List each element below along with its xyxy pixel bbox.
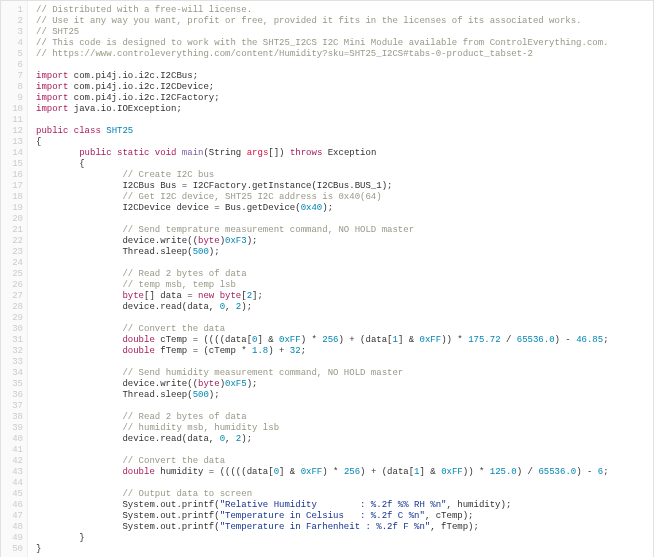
- token: byte: [220, 291, 242, 301]
- token: // Read 2 bytes of data: [122, 412, 246, 422]
- token: device.write((: [36, 236, 198, 246]
- token: double: [122, 467, 154, 477]
- code-line: public static void main(String args[]) t…: [36, 148, 653, 159]
- token: byte: [122, 291, 144, 301]
- token: ) -: [555, 335, 577, 345]
- token: , cTemp);: [425, 511, 474, 521]
- token: 0xFF: [420, 335, 442, 345]
- line-number: 39: [1, 423, 23, 434]
- code-line: double humidity = (((((data[0] & 0xFF) *…: [36, 467, 653, 478]
- line-number: 24: [1, 258, 23, 269]
- line-number: 37: [1, 401, 23, 412]
- line-number: 21: [1, 225, 23, 236]
- token: device.read(data,: [36, 302, 220, 312]
- token: // temp msb, temp lsb: [122, 280, 235, 290]
- token: com.pi4j.io.i2c.I2CDevice;: [68, 82, 214, 92]
- token: [36, 170, 122, 180]
- code-line: {: [36, 159, 653, 170]
- token: class: [74, 126, 101, 136]
- token: ;: [301, 346, 306, 356]
- line-number: 11: [1, 115, 23, 126]
- line-number: 20: [1, 214, 23, 225]
- code-area: // Distributed with a free-will license.…: [28, 1, 653, 557]
- token: System.out.printf(: [36, 522, 220, 532]
- token: fTemp = (cTemp *: [155, 346, 252, 356]
- token: import: [36, 71, 68, 81]
- line-number: 5: [1, 49, 23, 60]
- token: ] &: [257, 335, 279, 345]
- line-number: 43: [1, 467, 23, 478]
- token: // Convert the data: [122, 456, 225, 466]
- token: );: [247, 379, 258, 389]
- token: com.pi4j.io.i2c.I2CFactory;: [68, 93, 219, 103]
- token: [36, 467, 122, 477]
- token: 0xFF: [441, 467, 463, 477]
- code-line: device.read(data, 0, 2);: [36, 302, 653, 313]
- token: // humidity msb, humidity lsb: [122, 423, 279, 433]
- token: [36, 489, 122, 499]
- token: 0xFF: [279, 335, 301, 345]
- line-number: 32: [1, 346, 23, 357]
- token: import: [36, 104, 68, 114]
- token: [] data =: [144, 291, 198, 301]
- code-line: }: [36, 544, 653, 555]
- token: [36, 423, 122, 433]
- token: cTemp = ((((data[: [155, 335, 252, 345]
- code-line: [36, 478, 653, 489]
- code-line: // Send humidity measurement command, NO…: [36, 368, 653, 379]
- code-line: [36, 445, 653, 456]
- code-line: // Create I2C bus: [36, 170, 653, 181]
- token: 256: [322, 335, 338, 345]
- code-line: double fTemp = (cTemp * 1.8) + 32;: [36, 346, 653, 357]
- token: 0xF5: [225, 379, 247, 389]
- token: 46.85: [576, 335, 603, 345]
- line-number: 40: [1, 434, 23, 445]
- code-line: // Send temprature measurement command, …: [36, 225, 653, 236]
- code-line: [36, 115, 653, 126]
- token: [36, 269, 122, 279]
- line-number: 6: [1, 60, 23, 71]
- code-line: Thread.sleep(500);: [36, 390, 653, 401]
- code-line: import com.pi4j.io.i2c.I2CFactory;: [36, 93, 653, 104]
- token: // Distributed with a free-will license.: [36, 5, 252, 15]
- token: ) -: [576, 467, 598, 477]
- token: [36, 456, 122, 466]
- token: 175.72: [468, 335, 500, 345]
- token: new: [198, 291, 214, 301]
- line-number: 12: [1, 126, 23, 137]
- line-number: 9: [1, 93, 23, 104]
- line-number: 8: [1, 82, 23, 93]
- token: // Get I2C device, SHT25 I2C address is …: [122, 192, 381, 202]
- line-number-gutter: 1234567891011121314151617181920212223242…: [1, 1, 28, 557]
- token: );: [209, 390, 220, 400]
- token: Thread.sleep(: [36, 247, 193, 257]
- token: [36, 368, 122, 378]
- token: public: [36, 126, 68, 136]
- token: );: [322, 203, 333, 213]
- code-line: // temp msb, temp lsb: [36, 280, 653, 291]
- line-number: 45: [1, 489, 23, 500]
- code-line: import com.pi4j.io.i2c.I2CDevice;: [36, 82, 653, 93]
- token: // Send humidity measurement command, NO…: [122, 368, 403, 378]
- token: double: [122, 346, 154, 356]
- token: ] &: [420, 467, 442, 477]
- code-line: [36, 313, 653, 324]
- code-line: // Read 2 bytes of data: [36, 269, 653, 280]
- token: 500: [193, 247, 209, 257]
- token: 0x40: [301, 203, 323, 213]
- code-line: import java.io.IOException;: [36, 104, 653, 115]
- token: );: [247, 236, 258, 246]
- token: I2CDevice device = Bus.getDevice(: [36, 203, 301, 213]
- token: import: [36, 93, 68, 103]
- token: [36, 335, 122, 345]
- token: args: [247, 148, 269, 158]
- token: [36, 324, 122, 334]
- code-line: System.out.printf("Relative Humidity : %…: [36, 500, 653, 511]
- line-number: 42: [1, 456, 23, 467]
- token: import: [36, 82, 68, 92]
- token: 256: [344, 467, 360, 477]
- line-number: 33: [1, 357, 23, 368]
- token: System.out.printf(: [36, 500, 220, 510]
- token: System.out.printf(: [36, 511, 220, 521]
- code-line: import com.pi4j.io.i2c.I2CBus;: [36, 71, 653, 82]
